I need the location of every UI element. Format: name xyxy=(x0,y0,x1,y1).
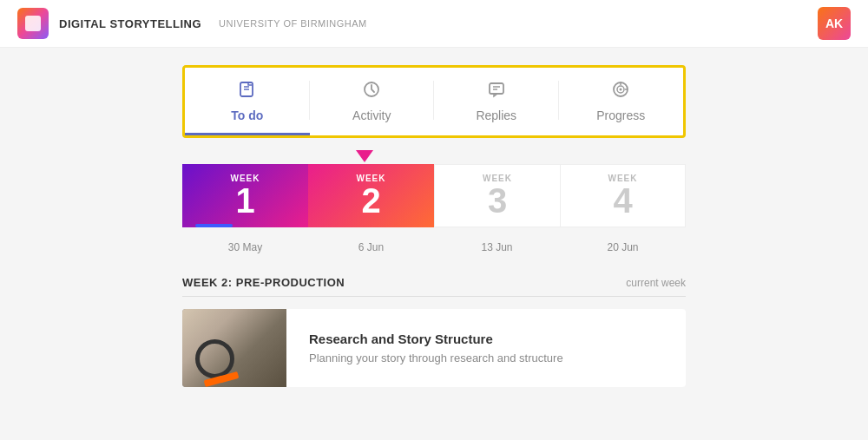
replies-tab-label: Replies xyxy=(476,108,516,122)
thumbnail-image xyxy=(182,309,286,387)
week-heading-row: WEEK 2: PRE-PRODUCTION current week xyxy=(182,276,686,297)
header-left: DIGITAL STORYTELLING UNIVERSITY OF BIRMI… xyxy=(17,8,367,39)
week2-date: 6 Jun xyxy=(308,236,434,259)
week4-date: 20 Jun xyxy=(560,236,686,259)
week4-number: 4 xyxy=(613,183,632,218)
main-content: To do Activity xyxy=(0,48,868,404)
week1-date: 30 May xyxy=(182,236,308,259)
week3-date: 13 Jun xyxy=(434,236,560,259)
week-card-3[interactable]: WEEK 3 xyxy=(434,164,560,227)
progress-tab-label: Progress xyxy=(596,108,645,122)
activity-title: Research and Story Structure xyxy=(309,332,563,346)
week-card-4[interactable]: WEEK 4 xyxy=(560,164,686,227)
week-heading: WEEK 2: PRE-PRODUCTION xyxy=(182,276,345,289)
week-section: WEEK 1 WEEK 2 WEEK 3 WEEK 4 30 May 6 Jun… xyxy=(182,164,686,259)
activity-card[interactable]: Research and Story Structure Planning yo… xyxy=(182,309,686,387)
week-arrow xyxy=(356,150,373,162)
week3-number: 3 xyxy=(488,183,507,218)
tab-bar-wrapper: To do Activity xyxy=(182,65,686,138)
current-week-badge: current week xyxy=(626,277,686,289)
progress-icon xyxy=(611,80,630,103)
tab-replies[interactable]: Replies xyxy=(434,68,559,135)
week-dates: 30 May 6 Jun 13 Jun 20 Jun xyxy=(182,236,686,259)
week-card-2[interactable]: WEEK 2 xyxy=(308,164,434,227)
app-name: DIGITAL STORYTELLING xyxy=(59,17,201,30)
institution-name: UNIVERSITY OF BIRMINGHAM xyxy=(219,18,367,29)
avatar[interactable]: AK xyxy=(818,7,851,40)
tab-progress[interactable]: Progress xyxy=(559,68,684,135)
svg-rect-4 xyxy=(490,83,503,94)
tab-bar: To do Activity xyxy=(185,68,683,135)
app-logo xyxy=(17,8,49,39)
activity-thumbnail xyxy=(182,309,286,387)
activity-description: Planning your story through research and… xyxy=(309,351,563,364)
activity-icon xyxy=(362,80,381,103)
svg-point-9 xyxy=(620,89,622,91)
content-section: WEEK 2: PRE-PRODUCTION current week Rese… xyxy=(182,276,686,387)
replies-icon xyxy=(487,80,506,103)
activity-tab-label: Activity xyxy=(352,108,391,122)
todo-icon xyxy=(238,80,257,103)
weeks-grid: WEEK 1 WEEK 2 WEEK 3 WEEK 4 xyxy=(182,164,686,227)
week2-number: 2 xyxy=(361,183,380,218)
todo-tab-label: To do xyxy=(231,108,263,122)
tab-activity[interactable]: Activity xyxy=(310,68,435,135)
header: DIGITAL STORYTELLING UNIVERSITY OF BIRMI… xyxy=(0,0,868,48)
activity-info: Research and Story Structure Planning yo… xyxy=(300,309,572,387)
week1-number: 1 xyxy=(235,183,254,218)
week1-underline xyxy=(195,224,233,227)
week-card-1[interactable]: WEEK 1 xyxy=(182,164,308,227)
tab-todo[interactable]: To do xyxy=(185,68,310,135)
